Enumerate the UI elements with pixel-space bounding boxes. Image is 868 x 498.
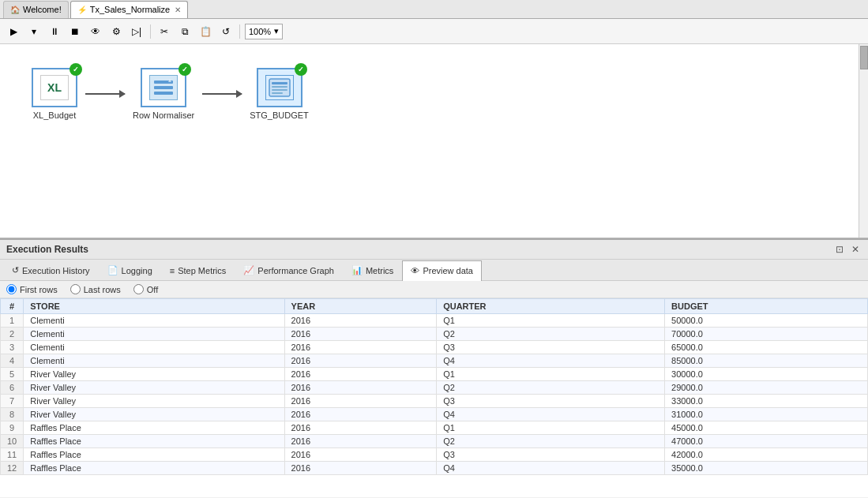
zoom-dropdown-icon: ▾	[274, 26, 279, 36]
radio-off[interactable]: Off	[133, 284, 158, 294]
separator-1	[150, 24, 151, 39]
table-row: 10 Raffles Place 2016 Q2 47000.0	[1, 435, 868, 448]
cell-budget: 29000.0	[665, 381, 868, 395]
radio-last-rows[interactable]: Last rows	[70, 284, 121, 294]
cell-num: 5	[1, 368, 24, 381]
execution-history-icon: ↺	[12, 265, 19, 275]
tab-welcome-label: Welcome!	[23, 5, 62, 14]
svg-rect-7	[272, 89, 287, 91]
col-header-store: STORE	[24, 299, 284, 314]
col-header-year: YEAR	[284, 299, 437, 314]
table-row: 5 River Valley 2016 Q1 30000.0	[1, 368, 868, 381]
tab-performance-graph[interactable]: 📈 Performance Graph	[235, 260, 343, 280]
node-stg-budget[interactable]: ✓ STG_BUDGET	[250, 68, 309, 120]
tab-execution-history-label: Execution History	[22, 266, 90, 275]
svg-rect-6	[272, 86, 287, 88]
cell-num: 6	[1, 381, 24, 395]
table-row: 8 River Valley 2016 Q4 31000.0	[1, 408, 868, 421]
cell-year: 2016	[284, 421, 437, 435]
tab-metrics[interactable]: 📊 Metrics	[343, 260, 402, 280]
stg-budget-label: STG_BUDGET	[250, 110, 309, 120]
col-header-quarter: QUARTER	[437, 299, 665, 314]
tab-preview-data-label: Preview data	[423, 266, 473, 275]
radio-first-rows-label: First rows	[20, 285, 58, 294]
cell-budget: 31000.0	[665, 408, 868, 421]
cell-year: 2016	[284, 381, 437, 395]
svg-rect-2	[154, 92, 173, 95]
cell-store: Raffles Place	[24, 435, 284, 448]
cell-store: River Valley	[24, 395, 284, 408]
arrow-line-2	[202, 93, 242, 95]
cell-budget: 42000.0	[665, 448, 868, 462]
tab-logging-label: Logging	[122, 266, 152, 275]
export-button[interactable]: ▷|	[128, 23, 145, 40]
table-row: 7 River Valley 2016 Q3 33000.0	[1, 395, 868, 408]
radio-first-rows[interactable]: First rows	[6, 284, 58, 294]
node-xl-budget-box: XL ✓	[32, 68, 77, 107]
node-row-normaliser-box: ✓	[141, 68, 186, 107]
cut-button[interactable]: ✂	[156, 23, 173, 40]
tab-logging[interactable]: 📄 Logging	[99, 260, 161, 280]
data-table: # STORE YEAR QUARTER BUDGET 1 Clementi 2…	[0, 298, 868, 475]
cell-store: River Valley	[24, 381, 284, 395]
canvas-inner[interactable]: XL ✓ XL_Budget	[0, 44, 868, 238]
table-row: 1 Clementi 2016 Q1 50000.0	[1, 314, 868, 328]
cell-budget: 45000.0	[665, 421, 868, 435]
welcome-icon: 🏠	[10, 6, 20, 14]
arrow-1	[77, 74, 133, 114]
cell-quarter: Q2	[437, 381, 665, 395]
svg-rect-8	[272, 92, 283, 94]
cell-year: 2016	[284, 408, 437, 421]
tab-tx-sales-label: Tx_Sales_Normalize	[90, 5, 170, 14]
table-row: 12 Raffles Place 2016 Q4 35000.0	[1, 462, 868, 475]
settings-button[interactable]: ⚙	[107, 23, 125, 40]
radio-first-rows-input[interactable]	[6, 284, 17, 294]
tab-execution-history[interactable]: ↺ Execution History	[3, 260, 99, 280]
tab-welcome[interactable]: 🏠 Welcome!	[3, 1, 69, 18]
node-row-normaliser[interactable]: ✓ Row Normaliser	[133, 68, 194, 120]
run-dropdown-button[interactable]: ▾	[25, 23, 43, 40]
expand-button[interactable]: ⊡	[833, 243, 846, 256]
pause-button[interactable]: ⏸	[46, 23, 63, 40]
preview-data-icon: 👁	[411, 266, 419, 275]
cell-quarter: Q3	[437, 341, 665, 354]
tab-tx-sales-close[interactable]: ✕	[175, 6, 181, 14]
cell-year: 2016	[284, 314, 437, 328]
run-button[interactable]: ▶	[5, 23, 22, 40]
cell-year: 2016	[284, 462, 437, 475]
cell-store: Clementi	[24, 314, 284, 328]
stop-button[interactable]: ⏹	[66, 23, 84, 40]
toolbar: ▶ ▾ ⏸ ⏹ 👁 ⚙ ▷| ✂ ⧉ 📋 ↺ 100% ▾	[0, 19, 868, 44]
zoom-select[interactable]: 100% ▾	[245, 24, 283, 39]
tab-preview-data[interactable]: 👁 Preview data	[402, 260, 482, 281]
node-xl-budget[interactable]: XL ✓ XL_Budget	[32, 68, 77, 120]
data-table-wrapper[interactable]: # STORE YEAR QUARTER BUDGET 1 Clementi 2…	[0, 298, 868, 497]
table-row: 6 River Valley 2016 Q2 29000.0	[1, 381, 868, 395]
copy-button[interactable]: ⧉	[176, 23, 194, 40]
row-normaliser-check: ✓	[178, 63, 191, 76]
pipeline: XL ✓ XL_Budget	[0, 44, 868, 144]
radio-off-input[interactable]	[133, 284, 144, 294]
cell-num: 11	[1, 448, 24, 462]
tab-step-metrics[interactable]: ≡ Step Metrics	[161, 260, 235, 280]
cell-num: 7	[1, 395, 24, 408]
undo-button[interactable]: ↺	[217, 23, 235, 40]
logging-icon: 📄	[107, 265, 118, 275]
tab-tx-sales[interactable]: ⚡ Tx_Sales_Normalize ✕	[70, 1, 188, 18]
cell-store: Raffles Place	[24, 421, 284, 435]
preview-button[interactable]: 👁	[87, 23, 104, 40]
cell-store: Clementi	[24, 328, 284, 341]
xl-budget-check: ✓	[70, 63, 82, 76]
xl-budget-label: XL_Budget	[33, 110, 76, 120]
close-results-button[interactable]: ✕	[849, 243, 862, 256]
table-row: 2 Clementi 2016 Q2 70000.0	[1, 328, 868, 341]
paste-button[interactable]: 📋	[197, 23, 214, 40]
cell-num: 12	[1, 462, 24, 475]
cell-num: 3	[1, 341, 24, 354]
cell-num: 10	[1, 435, 24, 448]
canvas-scrollbar[interactable]	[859, 44, 868, 238]
cell-quarter: Q4	[437, 354, 665, 368]
execution-results: Execution Results ⊡ ✕ ↺ Execution Histor…	[0, 238, 868, 497]
radio-last-rows-input[interactable]	[70, 284, 81, 294]
cell-year: 2016	[284, 341, 437, 354]
